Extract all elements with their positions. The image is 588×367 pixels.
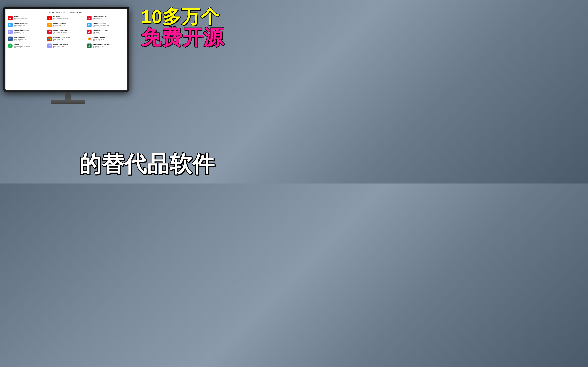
app-item-premiere: PrAdobe Premiere ProVideo Editor • Paid1… [8,30,46,35]
app-meta-acrobat-dc: PDF Editor • Paid264 alternatives [93,17,125,21]
overlay-bottom-line: 的替代品软件 [0,153,294,175]
app-info-acrobat-reader: Adobe Acrobat ReaderPDF Reader • Freemiu… [53,30,86,35]
svg-rect-0 [49,38,50,39]
app-icon-office-suite [47,36,52,41]
app-icon-netflix: N [8,16,13,20]
app-item-illustrator: AiAdobe IllustratorVector Graphic • Paid… [47,23,86,28]
app-item-excel: XMicrosoft Office ExcelSpreadsheet • Fre… [87,43,125,49]
app-name-illustrator: Adobe Illustrator [53,23,86,25]
app-name-chrome: Google Chrome [93,36,125,38]
svg-rect-3 [50,39,51,40]
app-item-word: WMicrosoft WordWord Processor • Paid96 a… [8,36,46,42]
app-info-office-suite: Microsoft Office SuiteOffice Suite • Pai… [53,36,86,42]
overlay-bottom: 的替代品软件 [0,153,294,175]
app-icon-premiere: Pr [8,30,13,34]
app-item-youtube: ▶YouTubeVideo Sharing • Freemium148 alte… [47,16,86,21]
app-item-spotify: ♫SpotifyMusic Streaming • Freemium236 al… [8,43,46,49]
app-icon-after-effects: Ae [47,43,52,48]
app-meta-word: Word Processor • Paid96 alternatives [14,38,46,42]
monitor-display: People are searching for alternatives to… [3,7,133,109]
app-meta-chrome: Web Browser • Free223 alternatives [93,38,125,42]
app-item-photoshop: PsAdobe PhotoshopImage Editor • Paid235 … [8,23,46,28]
app-info-word: Microsoft WordWord Processor • Paid96 al… [14,36,46,42]
app-info-spotify: SpotifyMusic Streaming • Freemium236 alt… [14,43,46,49]
app-meta-premiere: Video Editor • Paid111 alternatives [14,32,46,35]
app-info-after-effects: Adobe After EffectsVideo Editor • Paid39… [53,43,86,49]
app-name-autocad: Autodesk AutoCAD [93,30,125,32]
app-icon-youtube: ▶ [47,16,52,20]
app-info-autocad: Autodesk AutoCADCAD • Paid119 alternativ… [93,30,125,35]
app-icon-photoshop: Ps [8,23,13,27]
app-name-premiere: Adobe Premiere Pro [14,30,46,32]
app-name-netflix: Netflix [14,16,46,17]
app-icon-autocad: A [87,30,92,34]
app-item-office-suite: Microsoft Office SuiteOffice Suite • Pai… [47,36,86,42]
app-meta-office-suite: Office Suite • Paid41 alternatives [53,38,86,42]
app-icon-word: W [8,36,13,41]
svg-rect-2 [49,39,50,40]
app-meta-after-effects: Video Editor • Paid39 alternatives [53,45,86,49]
app-icon-excel: X [87,43,92,48]
app-name-lightroom: Adobe Lightroom [93,23,125,25]
app-info-excel: Microsoft Office ExcelSpreadsheet • Free… [93,43,125,49]
app-meta-lightroom: Raw Photo Processor • Paid102 alternativ… [93,25,125,28]
overlay-top-line1: 10多万个 [141,7,285,26]
app-info-premiere: Adobe Premiere ProVideo Editor • Paid111… [14,30,46,35]
app-info-chrome: Google ChromeWeb Browser • Free223 alter… [93,36,125,42]
app-meta-autocad: CAD • Paid119 alternatives [93,32,125,35]
app-meta-youtube: Video Sharing • Freemium148 alternatives [53,17,86,21]
monitor-bezel: People are searching for alternatives to… [3,7,129,92]
app-item-after-effects: AeAdobe After EffectsVideo Editor • Paid… [47,43,86,49]
app-meta-illustrator: Vector Graphic • Paid96 alternatives [53,25,86,28]
app-name-spotify: Spotify [14,43,46,45]
app-icon-acrobat-dc: Ac [87,16,92,20]
app-item-autocad: AAutodesk AutoCADCAD • Paid119 alternati… [87,30,125,35]
app-item-netflix: NNetflixVideo Streaming • Paid120 altern… [8,16,46,21]
app-icon-illustrator: Ai [47,23,52,27]
app-icon-spotify: ♫ [8,43,13,48]
app-name-acrobat-dc: Adobe Acrobat DC [93,16,125,17]
app-meta-spotify: Music Streaming • Freemium236 alternativ… [14,45,46,49]
app-item-chrome: Google ChromeWeb Browser • Free223 alter… [87,36,125,42]
app-name-office-suite: Microsoft Office Suite [53,36,86,38]
app-info-lightroom: Adobe LightroomRaw Photo Processor • Pai… [93,23,125,28]
overlay-text: 10多万个 免费开源 [141,7,285,48]
app-name-youtube: YouTube [53,16,86,17]
app-name-photoshop: Adobe Photoshop [14,23,46,25]
app-info-acrobat-dc: Adobe Acrobat DCPDF Editor • Paid264 alt… [93,16,125,21]
app-info-netflix: NetflixVideo Streaming • Paid120 alterna… [14,16,46,21]
app-icon-chrome [87,36,92,41]
monitor-stand-neck [63,92,73,100]
apps-grid: NNetflixVideo Streaming • Paid120 altern… [8,16,125,49]
app-info-youtube: YouTubeVideo Sharing • Freemium148 alter… [53,16,86,21]
monitor-stand-base [51,100,85,104]
app-name-excel: Microsoft Office Excel [93,43,125,45]
app-item-acrobat-dc: AcAdobe Acrobat DCPDF Editor • Paid264 a… [87,16,125,21]
app-name-acrobat-reader: Adobe Acrobat Reader [53,30,86,32]
app-item-lightroom: LrAdobe LightroomRaw Photo Processor • P… [87,23,125,28]
app-meta-netflix: Video Streaming • Paid120 alternatives [14,17,46,21]
app-icon-lightroom: Lr [87,23,92,27]
svg-rect-1 [50,38,51,39]
app-item-acrobat-reader: ArAdobe Acrobat ReaderPDF Reader • Freem… [47,30,86,35]
monitor-screen: People are searching for alternatives to… [5,9,127,90]
app-meta-excel: Spreadsheet • Free98 alternatives [93,45,125,49]
app-name-word: Microsoft Word [14,36,46,38]
app-meta-photoshop: Image Editor • Paid235 alternatives [14,25,46,28]
screen-title: People are searching for alternatives to… [8,11,125,13]
app-name-after-effects: Adobe After Effects [53,43,86,45]
app-info-photoshop: Adobe PhotoshopImage Editor • Paid235 al… [14,23,46,28]
overlay-top-line2: 免费开源 [141,26,285,48]
app-meta-acrobat-reader: PDF Reader • Freemium95 alternatives [53,32,86,35]
screen-content: People are searching for alternatives to… [5,9,127,90]
app-info-illustrator: Adobe IllustratorVector Graphic • Paid96… [53,23,86,28]
app-icon-acrobat-reader: Ar [47,30,52,34]
